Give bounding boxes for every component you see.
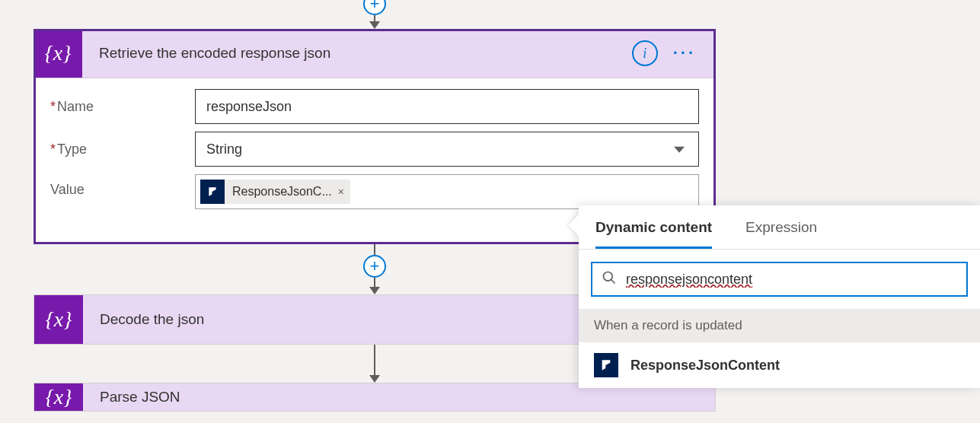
svg-line-1	[611, 280, 615, 284]
add-step-button-top[interactable]: +	[363, 0, 386, 15]
tab-expression[interactable]: Expression	[745, 205, 817, 249]
arrow-down-icon	[369, 21, 380, 29]
variable-icon: {x}	[34, 295, 83, 344]
add-step-button-mid[interactable]: +	[363, 255, 386, 278]
close-icon[interactable]: ×	[338, 186, 344, 198]
dynamics-icon	[200, 180, 225, 204]
value-input[interactable]: ResponseJsonC... ×	[195, 174, 699, 209]
search-input-wrapper	[591, 262, 968, 297]
name-label: *Name	[50, 99, 195, 115]
name-input[interactable]: responseJson	[195, 89, 699, 124]
card-title: Parse JSON	[83, 389, 715, 406]
section-header: When a record is updated	[579, 309, 980, 342]
type-label: *Type	[50, 142, 195, 157]
arrow-down-icon	[369, 287, 380, 294]
item-label: ResponseJsonContent	[630, 358, 780, 374]
variable-icon: {x}	[34, 29, 82, 78]
type-select[interactable]: String	[195, 132, 699, 167]
dynamic-content-item[interactable]: ResponseJsonContent	[579, 342, 980, 388]
token-label: ResponseJsonC...	[232, 185, 332, 199]
search-input[interactable]	[626, 272, 957, 288]
value-label: Value	[50, 174, 195, 198]
data-operation-icon: {x}	[34, 383, 83, 411]
info-icon[interactable]: i	[632, 40, 658, 66]
dynamics-icon	[594, 353, 618, 377]
panel-pointer-icon	[568, 215, 579, 236]
dynamic-content-panel: Dynamic content Expression When a record…	[579, 205, 980, 388]
arrow-down-icon	[369, 375, 380, 383]
value-token[interactable]: ResponseJsonC... ×	[200, 180, 350, 204]
card-header: {x} Retrieve the encoded response json i…	[34, 29, 716, 78]
tab-dynamic-content[interactable]: Dynamic content	[595, 205, 712, 249]
more-menu-icon[interactable]: ···	[673, 43, 696, 63]
card-title: Retrieve the encoded response json	[82, 45, 632, 62]
search-icon	[602, 270, 617, 288]
svg-point-0	[604, 272, 613, 281]
